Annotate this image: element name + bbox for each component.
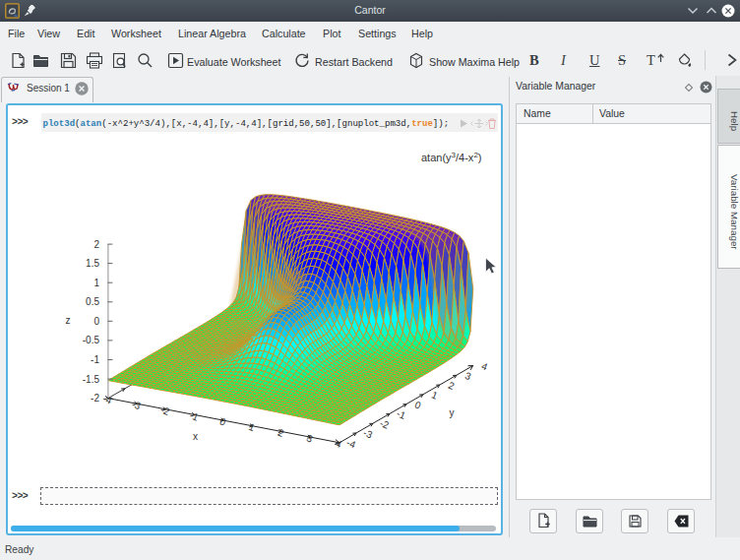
svg-text:atan(y3/4-x2): atan(y3/4-x2) [421, 151, 482, 163]
svg-text:x: x [193, 431, 198, 442]
svg-text:-4: -4 [101, 393, 114, 406]
svg-text:0: 0 [413, 399, 423, 410]
svg-text:-2: -2 [91, 393, 99, 404]
svg-text:1: 1 [247, 421, 257, 433]
svg-text:-1.5: -1.5 [83, 374, 100, 385]
svg-text:2: 2 [277, 427, 286, 439]
svg-text:0: 0 [93, 316, 99, 327]
svg-text:3: 3 [463, 370, 473, 382]
svg-text:0.5: 0.5 [86, 296, 99, 307]
svg-text:-2: -2 [159, 404, 172, 417]
svg-text:1: 1 [93, 278, 99, 288]
svg-text:3: 3 [305, 432, 315, 444]
svg-text:-1: -1 [188, 409, 201, 423]
svg-text:2: 2 [447, 380, 457, 392]
svg-text:-1: -1 [91, 354, 99, 365]
svg-text:-0.5: -0.5 [83, 335, 100, 345]
svg-text:1: 1 [430, 390, 440, 402]
svg-text:z: z [66, 315, 71, 326]
svg-text:-3: -3 [130, 399, 143, 412]
svg-text:y: y [450, 407, 455, 418]
svg-text:1.5: 1.5 [86, 258, 99, 269]
svg-text:4: 4 [480, 360, 490, 372]
svg-text:2: 2 [93, 239, 99, 250]
svg-text:0: 0 [218, 415, 228, 427]
